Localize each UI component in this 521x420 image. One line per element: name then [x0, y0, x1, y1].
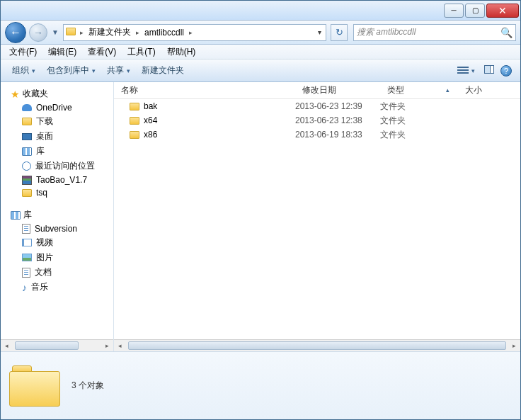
libraries-header[interactable]: 库: [1, 208, 113, 222]
library-icon: [11, 211, 21, 220]
chevron-down-icon: ▾: [127, 67, 130, 74]
share-button[interactable]: 共享▾: [101, 64, 136, 76]
folder-icon: [22, 189, 32, 197]
sidebar-item-taobao[interactable]: TaoBao_V1.7: [1, 174, 113, 186]
archive-icon: [22, 176, 32, 185]
chevron-down-icon: ▾: [32, 67, 35, 74]
folder-icon: [130, 131, 139, 139]
favorites-header[interactable]: ★收藏夹: [1, 86, 113, 101]
new-folder-button[interactable]: 新建文件夹: [136, 64, 190, 76]
scroll-right-button[interactable]: ▸: [101, 340, 113, 351]
preview-pane-icon: [484, 65, 494, 74]
close-button[interactable]: ✕: [486, 4, 519, 18]
breadcrumb-arrow-icon[interactable]: ▸: [134, 29, 142, 36]
desktop-icon: [22, 133, 32, 140]
picture-icon: [22, 254, 32, 261]
sidebar-scrollbar[interactable]: ◂ ▸: [1, 339, 113, 351]
sidebar-item-onedrive[interactable]: OneDrive: [1, 101, 113, 114]
file-name: x64: [144, 115, 157, 125]
sidebar-item-libraries[interactable]: 库: [1, 144, 113, 159]
maximize-button[interactable]: ▢: [465, 4, 485, 18]
sidebar-item-pictures[interactable]: 图片: [1, 250, 113, 265]
nav-forward-button[interactable]: →: [29, 23, 47, 42]
organize-button[interactable]: 组织▾: [6, 64, 41, 76]
help-button[interactable]: ?: [498, 65, 515, 76]
document-icon: [22, 224, 30, 234]
file-date: 2013-06-23 12:39: [295, 101, 380, 111]
breadcrumb-segment[interactable]: amtlibccdll: [142, 28, 187, 38]
view-options-button[interactable]: ▾: [452, 67, 481, 75]
search-placeholder: 搜索 amtlibccdll: [357, 26, 416, 38]
column-headers: 名称 修改日期 类型▴ 大小: [114, 82, 520, 99]
folder-icon: [22, 118, 32, 125]
column-name[interactable]: 名称: [114, 84, 295, 96]
document-icon: [22, 268, 30, 278]
navigation-bar: ← → ▼ ▸ 新建文件夹 ▸ amtlibccdll ▸ ▾ ↻ 搜索 amt…: [1, 21, 520, 45]
sidebar-item-documents[interactable]: 文档: [1, 265, 113, 280]
column-date[interactable]: 修改日期: [295, 84, 380, 96]
breadcrumb-arrow-icon[interactable]: ▸: [78, 29, 86, 36]
scroll-left-button[interactable]: ◂: [1, 340, 13, 351]
sidebar-item-tsq[interactable]: tsq: [1, 186, 113, 199]
sidebar-item-desktop[interactable]: 桌面: [1, 129, 113, 144]
file-rows: bak 2013-06-23 12:39 文件夹 x64 2013-06-23 …: [114, 99, 520, 339]
file-date: 2013-06-23 12:38: [295, 115, 380, 125]
search-icon[interactable]: 🔍: [500, 27, 513, 38]
content-area: ★收藏夹 OneDrive 下载 桌面 库 最近访问的位置 TaoBao_V1.…: [1, 82, 520, 351]
chevron-down-icon: ▾: [471, 67, 475, 74]
recent-icon: [22, 161, 31, 171]
address-dropdown-button[interactable]: ▾: [313, 28, 326, 36]
file-row[interactable]: bak 2013-06-23 12:39 文件夹: [114, 99, 520, 113]
menu-edit[interactable]: 编辑(E): [42, 46, 82, 58]
preview-pane-button[interactable]: [481, 65, 498, 76]
folder-icon: [130, 103, 139, 110]
scroll-thumb[interactable]: [15, 341, 79, 350]
refresh-button[interactable]: ↻: [331, 24, 348, 41]
menu-help[interactable]: 帮助(H): [161, 46, 202, 58]
folder-large-icon: [9, 365, 60, 407]
sidebar-item-recent[interactable]: 最近访问的位置: [1, 159, 113, 174]
file-row[interactable]: x86 2013-06-19 18:33 文件夹: [114, 127, 520, 142]
music-icon: ♪: [22, 282, 27, 293]
file-list-scrollbar[interactable]: ◂ ▸: [114, 339, 520, 351]
search-input[interactable]: 搜索 amtlibccdll 🔍: [353, 24, 516, 41]
file-name: x86: [144, 130, 157, 140]
sidebar-item-downloads[interactable]: 下载: [1, 114, 113, 129]
scroll-right-button[interactable]: ▸: [508, 340, 520, 351]
breadcrumb-arrow-icon[interactable]: ▸: [187, 29, 195, 36]
sidebar-item-videos[interactable]: 视频: [1, 235, 113, 250]
address-bar[interactable]: ▸ 新建文件夹 ▸ amtlibccdll ▸ ▾: [63, 24, 326, 41]
star-icon: ★: [11, 89, 20, 100]
nav-history-dropdown[interactable]: ▼: [50, 28, 60, 36]
minimize-button[interactable]: ─: [444, 4, 464, 18]
breadcrumb-segment[interactable]: 新建文件夹: [86, 26, 134, 38]
command-bar: 组织▾ 包含到库中▾ 共享▾ 新建文件夹 ▾ ?: [1, 59, 520, 82]
scroll-thumb[interactable]: [128, 341, 506, 350]
sort-indicator-icon: ▴: [446, 86, 450, 93]
file-row[interactable]: x64 2013-06-23 12:38 文件夹: [114, 113, 520, 127]
folder-icon: [64, 28, 78, 38]
include-in-library-button[interactable]: 包含到库中▾: [41, 64, 101, 76]
folder-icon: [130, 117, 139, 125]
file-date: 2013-06-19 18:33: [295, 130, 380, 140]
video-icon: [22, 239, 32, 246]
status-text: 3 个对象: [71, 380, 104, 392]
cloud-icon: [22, 104, 32, 111]
explorer-window: ─ ▢ ✕ ← → ▼ ▸ 新建文件夹 ▸ amtlibccdll ▸ ▾ ↻ …: [0, 0, 521, 420]
nav-back-button[interactable]: ←: [5, 22, 26, 43]
titlebar: ─ ▢ ✕: [1, 1, 520, 21]
file-type: 文件夹: [380, 101, 458, 113]
scroll-left-button[interactable]: ◂: [114, 340, 126, 351]
sidebar-item-subversion[interactable]: Subversion: [1, 222, 113, 235]
sidebar-item-music[interactable]: ♪音乐: [1, 280, 113, 295]
menu-tools[interactable]: 工具(T): [122, 46, 161, 58]
library-icon: [22, 147, 32, 156]
file-list-pane: 名称 修改日期 类型▴ 大小 bak 2013-06-23 12:39 文件夹 …: [114, 82, 520, 351]
menu-file[interactable]: 文件(F): [4, 46, 42, 58]
file-type: 文件夹: [380, 115, 458, 127]
column-size[interactable]: 大小: [458, 84, 520, 96]
menu-view[interactable]: 查看(V): [82, 46, 122, 58]
view-list-icon: [457, 67, 469, 75]
column-type[interactable]: 类型▴: [380, 84, 458, 96]
details-pane: 3 个对象: [1, 351, 520, 419]
